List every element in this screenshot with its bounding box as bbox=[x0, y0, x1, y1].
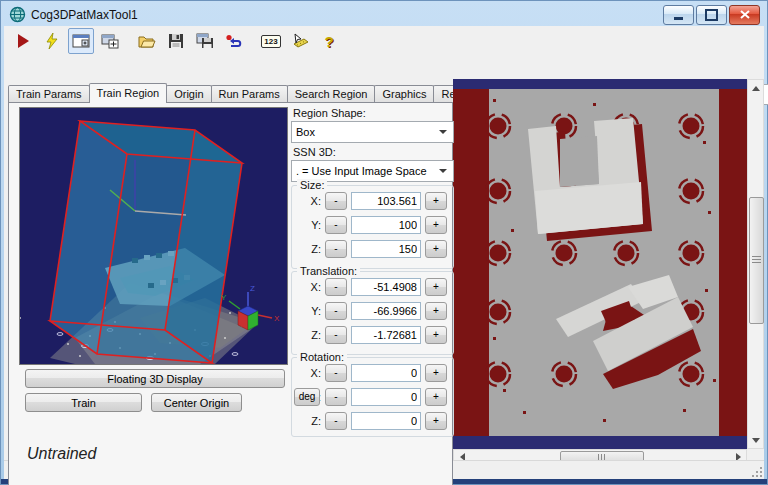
show-results-button[interactable]: 123 bbox=[258, 28, 284, 54]
electric-display-button[interactable] bbox=[68, 28, 94, 54]
open-folder-icon bbox=[138, 34, 156, 49]
translation-z-input[interactable] bbox=[351, 326, 421, 344]
center-origin-button[interactable]: Center Origin bbox=[151, 393, 242, 412]
size-y-input[interactable] bbox=[351, 216, 421, 234]
save-button[interactable] bbox=[163, 28, 189, 54]
app-globe-icon bbox=[9, 6, 26, 23]
translation-group-label: Translation: bbox=[297, 265, 360, 277]
tab-origin[interactable]: Origin bbox=[166, 85, 211, 103]
title-bar[interactable]: Cog3DPatMaxTool1 bbox=[4, 3, 764, 26]
size-x-increment-button[interactable]: + bbox=[425, 192, 447, 210]
scroll-up-button[interactable] bbox=[748, 80, 763, 96]
reset-button[interactable] bbox=[221, 28, 247, 54]
input-image-display[interactable] bbox=[453, 79, 747, 449]
restore-button[interactable] bbox=[696, 5, 727, 25]
lightning-icon bbox=[44, 33, 60, 49]
client-area: 123 ? Train Params Train Region Origin R… bbox=[4, 26, 764, 479]
window-title: Cog3DPatMaxTool1 bbox=[31, 8, 138, 22]
train-button[interactable]: Train bbox=[25, 393, 142, 412]
region-controls: Region Shape: Box SSN 3D: . = Use Input … bbox=[291, 105, 454, 185]
chevron-down-icon bbox=[439, 169, 447, 173]
scroll-down-button[interactable] bbox=[748, 432, 763, 448]
rotation-x-input[interactable] bbox=[351, 364, 421, 382]
arrow-up-icon bbox=[752, 86, 760, 91]
measure-button[interactable] bbox=[287, 28, 313, 54]
translation-y-input[interactable] bbox=[351, 302, 421, 320]
size-z-label: Z: bbox=[305, 243, 321, 255]
rotation-group: Rotation: X: - + deg Y: - + bbox=[291, 357, 454, 437]
tab-page-train-region: Z X Y Floating 3D Display Train Center O… bbox=[8, 102, 453, 485]
arrow-down-icon bbox=[752, 438, 760, 443]
size-x-input[interactable] bbox=[351, 192, 421, 210]
translation-y-label: Y: bbox=[305, 305, 321, 317]
run-icon bbox=[15, 33, 31, 49]
rotation-z-input[interactable] bbox=[351, 412, 421, 430]
translation-x-input[interactable] bbox=[351, 278, 421, 296]
display-window-icon bbox=[72, 34, 90, 48]
tab-run-params[interactable]: Run Params bbox=[211, 85, 288, 103]
restore-icon bbox=[705, 9, 718, 21]
size-z-input[interactable] bbox=[351, 240, 421, 258]
rotation-x-decrement-button[interactable]: - bbox=[325, 364, 347, 382]
vertical-scroll-thumb[interactable] bbox=[749, 197, 764, 324]
region-shape-select[interactable]: Box bbox=[291, 121, 454, 143]
deg-button[interactable]: deg bbox=[294, 388, 320, 406]
ruler-pointer-icon bbox=[291, 33, 309, 49]
help-question-icon: ? bbox=[324, 33, 333, 50]
resize-grip[interactable] bbox=[752, 467, 762, 477]
results-123-icon: 123 bbox=[261, 35, 280, 48]
image-vertical-scrollbar[interactable] bbox=[747, 79, 764, 449]
rotation-z-increment-button[interactable]: + bbox=[425, 412, 447, 430]
translation-y-increment-button[interactable]: + bbox=[425, 302, 447, 320]
size-y-increment-button[interactable]: + bbox=[425, 216, 447, 234]
floppy-with-window-icon bbox=[196, 33, 214, 49]
floppy-disk-icon bbox=[168, 33, 184, 49]
svg-text:Y: Y bbox=[221, 293, 227, 302]
reset-arrow-icon bbox=[225, 33, 243, 49]
rotation-y-input[interactable] bbox=[351, 388, 421, 406]
minimize-button[interactable] bbox=[663, 5, 694, 25]
ssn3d-label: SSN 3D: bbox=[293, 146, 454, 158]
translation-z-decrement-button[interactable]: - bbox=[325, 326, 347, 344]
open-file-button[interactable] bbox=[134, 28, 160, 54]
region-shape-label: Region Shape: bbox=[293, 107, 454, 119]
close-icon bbox=[740, 10, 750, 19]
translation-x-decrement-button[interactable]: - bbox=[325, 278, 347, 296]
translation-group: Translation: X: - + Y: - + Z: bbox=[291, 271, 454, 355]
size-z-increment-button[interactable]: + bbox=[425, 240, 447, 258]
chevron-down-icon bbox=[439, 130, 447, 134]
translation-z-label: Z: bbox=[305, 329, 321, 341]
size-group-label: Size: bbox=[297, 179, 327, 191]
size-group: Size: X: - + Y: - + Z: bbox=[291, 185, 454, 269]
tab-train-params[interactable]: Train Params bbox=[8, 85, 90, 103]
save-image-button[interactable] bbox=[192, 28, 218, 54]
size-y-decrement-button[interactable]: - bbox=[325, 216, 347, 234]
rotation-z-decrement-button[interactable]: - bbox=[325, 412, 347, 430]
floating-3d-display-button[interactable]: Floating 3D Display bbox=[25, 369, 285, 388]
translation-z-increment-button[interactable]: + bbox=[425, 326, 447, 344]
tab-graphics[interactable]: Graphics bbox=[374, 85, 434, 103]
translation-y-decrement-button[interactable]: - bbox=[325, 302, 347, 320]
app-window: Cog3DPatMaxTool1 bbox=[0, 0, 768, 485]
svg-text:Z: Z bbox=[250, 284, 255, 293]
translation-x-label: X: bbox=[305, 281, 321, 293]
train-region-3d-display[interactable]: Z X Y bbox=[19, 107, 288, 365]
run-button[interactable] bbox=[10, 28, 36, 54]
size-x-label: X: bbox=[305, 195, 321, 207]
rotation-y-increment-button[interactable]: + bbox=[425, 388, 447, 406]
train-state-text: Untrained bbox=[27, 445, 96, 463]
rotation-y-decrement-button[interactable]: - bbox=[325, 388, 347, 406]
close-button[interactable] bbox=[729, 5, 760, 25]
tab-train-region[interactable]: Train Region bbox=[89, 83, 168, 103]
floating-display-button-icon[interactable] bbox=[97, 28, 123, 54]
help-button[interactable]: ? bbox=[316, 28, 342, 54]
tab-strip: Train Params Train Region Origin Run Par… bbox=[8, 84, 485, 103]
floating-window-icon bbox=[101, 34, 119, 49]
size-x-decrement-button[interactable]: - bbox=[325, 192, 347, 210]
rotation-x-increment-button[interactable]: + bbox=[425, 364, 447, 382]
live-run-button[interactable] bbox=[39, 28, 65, 54]
size-z-decrement-button[interactable]: - bbox=[325, 240, 347, 258]
rotation-x-label: X: bbox=[305, 367, 321, 379]
tab-search-region[interactable]: Search Region bbox=[287, 85, 376, 103]
translation-x-increment-button[interactable]: + bbox=[425, 278, 447, 296]
